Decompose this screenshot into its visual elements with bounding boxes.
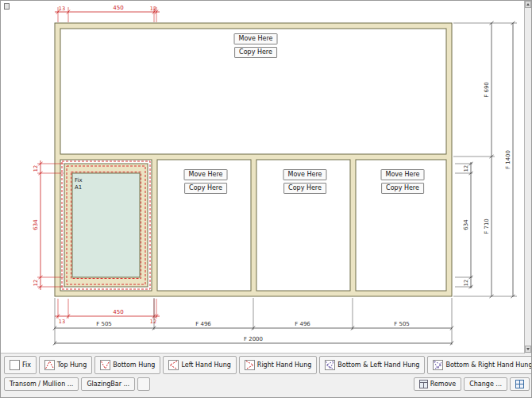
dim-top-right: 12 [150,6,156,12]
dim-pane-2-width: F 496 [195,321,211,327]
sash-tools-row: Fix Top Hung Bottom Hung Left Hand Hung [4,356,530,374]
scroll-up-button[interactable] [525,1,531,8]
copy-here-button-pane3[interactable]: Copy Here [283,183,326,194]
right-hand-hung-icon [245,360,255,370]
button-label: GlazingBar ... [87,381,129,388]
tool-label: Bottom & Right Hand Hung [445,361,532,369]
scroll-up-icon [526,3,530,6]
dim-left-height: 634 [33,219,39,230]
tool-label: Bottom Hung [113,361,155,369]
dim-bottom-total: F 2000 [244,336,263,342]
window-designer-app: Fix A1 13 450 12 12 634 12 450 13 12 [0,0,532,398]
sash-type-label: Fix [75,177,83,184]
tool-label: Top Hung [57,361,87,369]
copy-here-button-top[interactable]: Copy Here [234,47,277,58]
remove-icon [419,380,428,388]
vertical-scrollbar[interactable] [524,1,531,354]
bottom-toolbar: Fix Top Hung Bottom Hung Left Hand Hung [1,354,532,398]
tool-top-hung-button[interactable]: Top Hung [39,356,92,374]
dim-right-total: F 1400 [505,150,511,169]
transom-mullion-button[interactable]: Transom / Mullion ... [4,377,79,391]
blank-swatch-button[interactable] [137,377,150,391]
bottom-right-hung-icon [433,360,443,370]
scroll-down-icon [526,348,530,350]
dim-top-width: 450 [113,5,123,11]
change-button[interactable]: Change ... [464,377,507,391]
dim-ext-top [58,7,156,22]
tool-label: Fix [22,361,31,369]
glazing-bar-button[interactable]: GlazingBar ... [81,377,135,391]
dim-top-left: 13 [59,6,65,12]
move-here-button-pane4[interactable]: Move Here [381,169,425,180]
tool-label: Bottom & Left Hand Hung [337,361,419,369]
dim-ext-bottom-red [58,299,156,319]
scroll-down-button[interactable] [525,346,531,353]
copy-here-button-pane2[interactable]: Copy Here [184,183,227,194]
top-hung-icon [44,360,55,370]
dim-bottom-width: 450 [113,309,123,315]
tool-fix-button[interactable]: Fix [4,356,37,374]
bottom-left-hung-icon [325,360,335,370]
selected-sash-glass[interactable] [72,173,140,277]
edit-tools-row: Transom / Mullion ... GlazingBar ... Rem… [4,377,530,391]
dim-bottom-left: 13 [59,319,65,325]
tool-bottom-left-hung-button[interactable]: Bottom & Left Hand Hung [319,356,425,374]
canvas-corner-marker [4,3,10,10]
tool-left-hand-hung-button[interactable]: Left Hand Hung [163,356,236,374]
copy-here-button-pane4[interactable]: Copy Here [381,183,424,194]
dim-right-bottom-section: F 710 [484,218,490,234]
dim-right-top-section: F 690 [484,82,490,98]
tool-right-hand-hung-button[interactable]: Right Hand Hung [239,356,317,374]
tool-label: Right Hand Hung [257,361,311,369]
move-here-button-pane2[interactable]: Move Here [184,169,228,180]
fix-icon [10,360,20,370]
tool-bottom-right-hung-button[interactable]: Bottom & Right Hand Hung [427,356,532,374]
dim-bottom-right: 12 [150,319,156,325]
remove-button[interactable]: Remove [414,377,461,391]
dim-left-top: 12 [33,165,39,172]
dim-right-top: 12 [463,165,469,172]
tool-bottom-hung-button[interactable]: Bottom Hung [94,356,160,374]
bottom-hung-icon [100,360,110,370]
aux-window-button[interactable] [510,377,530,391]
drawing-canvas[interactable]: Fix A1 13 450 12 12 634 12 450 13 12 [1,1,526,354]
move-here-button-top[interactable]: Move Here [234,33,278,44]
move-here-button-pane3[interactable]: Move Here [283,169,327,180]
button-label: Remove [430,381,456,388]
dim-pane-1-width: F 505 [96,321,112,327]
dim-right-height: 634 [463,219,469,230]
button-label: Change ... [469,381,502,388]
sash-id-label: A1 [75,184,82,191]
window-icon [515,380,524,388]
left-hand-hung-icon [168,360,179,370]
dim-right-bottom: 12 [463,280,469,286]
dim-pane-3-width: F 496 [295,321,310,327]
dim-pane-4-width: F 505 [394,321,410,327]
button-label: Transom / Mullion ... [10,381,73,388]
dim-left-bottom: 12 [33,280,39,286]
tool-label: Left Hand Hung [181,361,230,369]
